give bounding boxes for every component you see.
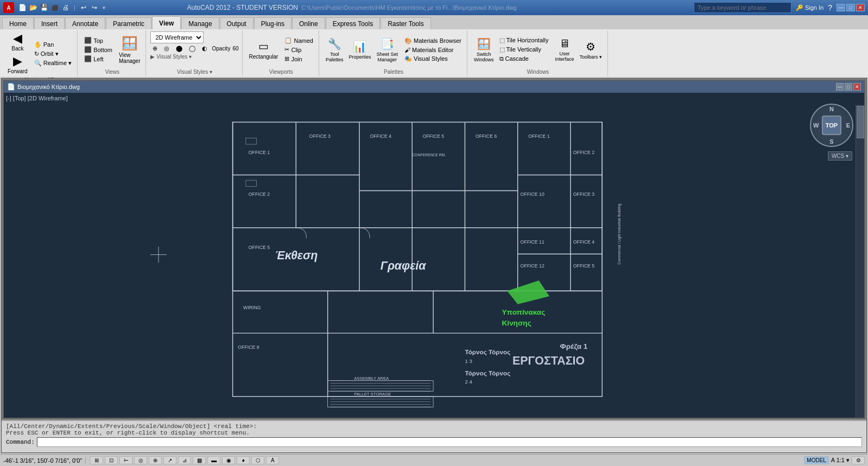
- sheet-set-manager-btn[interactable]: 📑 Sheet SetManager: [374, 36, 400, 63]
- pan-btn[interactable]: ✋ Pan: [32, 41, 74, 49]
- visual-styles-palette-icon: 🎭: [404, 55, 412, 62]
- svg-text:Κίνησης: Κίνησης: [502, 319, 531, 327]
- tile-horizontally-btn[interactable]: ⬚ Tile Horizontally: [497, 36, 551, 44]
- sc-btn[interactable]: ⬡: [251, 456, 264, 464]
- ann-btn[interactable]: A: [266, 456, 279, 464]
- ribbon-tab-annotate[interactable]: Annotate: [65, 17, 105, 29]
- orbit-btn[interactable]: ↻ Orbit ▾: [32, 50, 74, 58]
- sign-in-btn[interactable]: 🔑 Sign In: [796, 4, 823, 11]
- lweight-btn[interactable]: ▬: [207, 456, 220, 464]
- viewports-content: ▭ Rectangular 📋 Named ✂ Clip ⊞ Join: [247, 31, 315, 68]
- svg-text:Γραφεία: Γραφεία: [381, 259, 426, 272]
- svg-text:OFFICE 6: OFFICE 6: [476, 133, 497, 139]
- search-input[interactable]: [694, 2, 791, 13]
- maximize-btn[interactable]: □: [846, 4, 855, 11]
- ribbon-tab-manage[interactable]: Manage: [181, 17, 219, 29]
- compass-top-btn[interactable]: TOP: [822, 116, 841, 135]
- osnap-btn[interactable]: ⊕: [149, 456, 162, 464]
- scroll-thumb[interactable]: [857, 106, 864, 138]
- properties-btn[interactable]: 📊 Properties: [346, 36, 373, 63]
- otrack-btn[interactable]: ↗: [163, 456, 176, 464]
- orbit-icon: ↻: [34, 50, 39, 58]
- ribbon-tab-online[interactable]: Online: [292, 17, 325, 29]
- rectangular-label: Rectangular: [249, 54, 278, 60]
- toolbars-label: Toolbars ▾: [579, 54, 602, 60]
- vertical-scrollbar[interactable]: [856, 105, 864, 418]
- qa-saveall-icon[interactable]: ⬛: [50, 3, 60, 12]
- materials-editor-btn[interactable]: 🖌 Materials Editor: [402, 46, 464, 54]
- tool-palettes-btn[interactable]: 🔧 ToolPalettes: [324, 36, 346, 63]
- ribbon-tab-parametric[interactable]: Parametric: [106, 17, 151, 29]
- ortho-btn[interactable]: ⊢: [119, 456, 132, 464]
- forward-btn[interactable]: ▶ Forward: [5, 54, 30, 76]
- drawing-maximize-btn[interactable]: □: [845, 83, 852, 91]
- ribbon-group-palettes: 🔧 ToolPalettes 📊 Properties 📑 Sheet SetM…: [320, 30, 467, 76]
- join-btn[interactable]: ⊞ Join: [282, 55, 315, 63]
- qa-open-icon[interactable]: 📂: [28, 3, 38, 12]
- vs-expand-icon[interactable]: ▶ Visual Styles ▾: [150, 54, 192, 60]
- qa-new-icon[interactable]: 📄: [17, 3, 27, 12]
- settings-btn[interactable]: ⚙: [852, 456, 865, 464]
- back-label: Back: [11, 46, 23, 52]
- ducs-btn[interactable]: ⊿: [178, 456, 191, 464]
- tpress-btn[interactable]: ◉: [222, 456, 235, 464]
- dynmode-btn[interactable]: ▦: [193, 456, 206, 464]
- grid-btn[interactable]: ⊡: [105, 456, 118, 464]
- drawing-viewport[interactable]: [-] [Top] [2D Wireframe]: [4, 93, 864, 418]
- qa-save-icon[interactable]: 💾: [39, 3, 49, 12]
- ribbon-tab-insert[interactable]: Insert: [34, 17, 65, 29]
- ribbon-tab-home[interactable]: Home: [2, 17, 34, 29]
- ribbon-tab-output[interactable]: Output: [220, 17, 254, 29]
- visual-style-select[interactable]: 2D Wireframe 3D Wireframe Realistic: [150, 31, 204, 43]
- realtime-icon: 🔍: [34, 60, 42, 67]
- named-viewport-btn[interactable]: 📋 Named: [282, 36, 315, 44]
- realtime-btn[interactable]: 🔍 Realtime ▾: [32, 59, 74, 67]
- navigate2d-content: ◀ Back ▶ Forward ✋ Pan ↻ Orbit ▾: [5, 31, 74, 76]
- rectangular-viewport-btn[interactable]: ▭ Rectangular: [247, 39, 281, 61]
- switch-windows-btn[interactable]: 🪟 SwitchWindows: [472, 36, 496, 63]
- toolbars-btn[interactable]: ⚙ Toolbars ▾: [577, 36, 604, 63]
- command-input[interactable]: [37, 437, 862, 447]
- qa-undo-icon[interactable]: ↩: [79, 3, 88, 12]
- vs-btn3[interactable]: ⬤: [174, 44, 185, 53]
- vs-btn4[interactable]: ◯: [187, 44, 198, 53]
- ribbon-tab-raster tools[interactable]: Raster Tools: [381, 17, 430, 29]
- top-view-btn[interactable]: ⬛ Top: [82, 36, 115, 44]
- wcs-button[interactable]: WCS ▾: [828, 151, 852, 161]
- help-icon[interactable]: ?: [828, 3, 832, 12]
- left-view-icon: ⬛: [84, 55, 92, 62]
- qa-redo-icon[interactable]: ↪: [90, 3, 99, 12]
- drawing-minimize-btn[interactable]: —: [836, 83, 844, 91]
- minimize-btn[interactable]: —: [837, 4, 845, 11]
- views-label: Views: [105, 68, 120, 75]
- close-btn[interactable]: ✕: [856, 4, 865, 11]
- materials-browser-btn[interactable]: 🎨 Materials Browser: [402, 37, 464, 45]
- svg-text:2         4: 2 4: [465, 379, 472, 385]
- cascade-btn[interactable]: ⧉ Cascade: [497, 55, 551, 63]
- bottom-view-btn[interactable]: ⬛ Bottom: [82, 46, 115, 54]
- model-btn[interactable]: MODEL: [804, 456, 829, 464]
- tile-vertically-btn[interactable]: ⬚ Tile Vertically: [497, 46, 551, 54]
- svg-text:Τόρνος  Τόρνος: Τόρνος Τόρνος: [465, 369, 510, 377]
- back-btn[interactable]: ◀ Back: [7, 31, 28, 53]
- ribbon-tab-express tools[interactable]: Express Tools: [326, 17, 380, 29]
- vs-btn5[interactable]: ◐: [200, 44, 210, 53]
- user-interface-btn[interactable]: 🖥 UserInterface: [553, 36, 576, 63]
- vs-btn1[interactable]: ⊕: [150, 44, 160, 53]
- qa-print-icon[interactable]: 🖨: [61, 3, 71, 12]
- ribbon-tab-plug-ins[interactable]: Plug-ins: [254, 17, 292, 29]
- bottom-view-icon: ⬛: [84, 46, 92, 53]
- view-manager-btn[interactable]: 🪟 ViewManager: [117, 35, 142, 65]
- qp-btn[interactable]: ♦: [237, 456, 250, 464]
- left-view-btn[interactable]: ⬛ Left: [82, 55, 115, 63]
- snap-mode-btn[interactable]: ⊞: [90, 456, 103, 464]
- vs-btn2[interactable]: ◎: [162, 44, 172, 53]
- materials-browser-label: Materials Browser: [414, 37, 461, 44]
- svg-text:Έκθεση: Έκθεση: [275, 249, 318, 262]
- ribbon-tab-view[interactable]: View: [152, 16, 181, 29]
- visual-styles-palette-btn[interactable]: 🎭 Visual Styles: [402, 55, 464, 63]
- polar-btn[interactable]: ◎: [134, 456, 147, 464]
- clip-btn[interactable]: ✂ Clip: [282, 46, 315, 54]
- ui-icon: 🖥: [559, 37, 570, 50]
- drawing-close-btn[interactable]: ✕: [853, 83, 861, 91]
